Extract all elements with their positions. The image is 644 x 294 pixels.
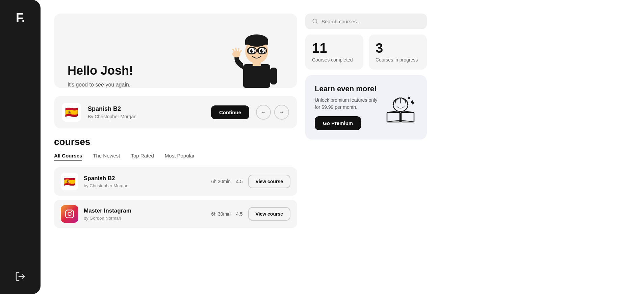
- in-progress-number: 3: [376, 41, 420, 55]
- greeting-subtitle: It's good to see you again.: [68, 82, 133, 88]
- completed-stat-card: 11 Courses completed: [305, 34, 363, 70]
- instagram-course-author: by Gordon Norman: [84, 216, 206, 221]
- svg-point-10: [252, 49, 253, 51]
- hello-card: Hello Josh! It's good to see you again.: [54, 14, 297, 88]
- courses-tabs: All Courses The Newest Top Rated Most Po…: [54, 153, 297, 161]
- instagram-course-title: Master Instagram: [84, 207, 206, 214]
- premium-description: Unlock premium features only for $9.99 p…: [315, 97, 378, 111]
- stats-row: 11 Courses completed 3 Courses in progre…: [305, 34, 427, 70]
- continue-course-card: 🇪🇸 Spanish B2 By Christopher Morgan Cont…: [54, 96, 297, 128]
- svg-point-23: [71, 211, 73, 213]
- search-icon: [312, 18, 318, 24]
- svg-point-22: [68, 212, 71, 215]
- prev-arrow-button[interactable]: ←: [256, 105, 271, 120]
- courses-heading: courses: [54, 137, 297, 147]
- premium-title: Learn even more!: [315, 84, 378, 93]
- instagram-duration: 6h 30min: [211, 211, 231, 217]
- course-nav-arrows: ← →: [256, 105, 289, 120]
- sidebar: F.: [0, 0, 41, 294]
- instagram-rating: 4.5: [236, 211, 242, 217]
- sidebar-logo: F.: [16, 11, 25, 25]
- spanish-duration: 6h 30min: [211, 179, 231, 184]
- instagram-icon: [61, 205, 78, 223]
- svg-line-19: [240, 51, 241, 53]
- tab-all-courses[interactable]: All Courses: [54, 153, 82, 161]
- courses-section: courses All Courses The Newest Top Rated…: [54, 137, 297, 228]
- svg-line-17: [236, 48, 236, 51]
- logout-button[interactable]: [15, 271, 26, 283]
- premium-card: Learn even more! Unlock premium features…: [305, 75, 427, 140]
- character-illustration: [230, 27, 284, 88]
- svg-rect-5: [245, 41, 268, 45]
- continue-course-author: By Christopher Morgan: [88, 114, 204, 119]
- left-column: Hello Josh! It's good to see you again.: [54, 14, 297, 280]
- instagram-course-info: Master Instagram by Gordon Norman: [84, 207, 206, 221]
- instagram-course-meta: 6h 30min 4.5: [211, 211, 242, 217]
- tab-newest[interactable]: The Newest: [93, 153, 120, 161]
- hello-text: Hello Josh! It's good to see you again.: [68, 64, 133, 88]
- course-list: 🇪🇸 Spanish B2 by Christopher Morgan 6h 3…: [54, 167, 297, 228]
- svg-rect-20: [270, 68, 277, 84]
- completed-number: 11: [312, 41, 357, 55]
- search-bar: [305, 14, 427, 29]
- svg-point-11: [262, 49, 263, 51]
- svg-line-16: [233, 49, 234, 52]
- continue-course-info: Spanish B2 By Christopher Morgan: [88, 105, 204, 119]
- spanish-rating: 4.5: [236, 179, 242, 184]
- premium-text: Learn even more! Unlock premium features…: [315, 84, 378, 130]
- view-course-button-spanish[interactable]: View course: [248, 175, 290, 188]
- greeting-heading: Hello Josh!: [68, 64, 133, 78]
- search-input[interactable]: [321, 19, 420, 24]
- continue-course-title: Spanish B2: [88, 105, 204, 113]
- svg-rect-1: [243, 64, 270, 88]
- svg-point-24: [313, 19, 317, 23]
- in-progress-stat-card: 3 Courses in progress: [369, 34, 427, 70]
- tab-most-popular[interactable]: Most Popular: [165, 153, 195, 161]
- spanish-flag-icon: 🇪🇸: [61, 173, 78, 190]
- right-column: 11 Courses completed 3 Courses in progre…: [305, 14, 427, 280]
- table-row: Master Instagram by Gordon Norman 6h 30m…: [54, 200, 297, 228]
- svg-line-25: [316, 22, 317, 23]
- in-progress-label: Courses in progress: [376, 57, 420, 63]
- view-course-button-instagram[interactable]: View course: [248, 207, 290, 221]
- completed-label: Courses completed: [312, 57, 357, 63]
- next-arrow-button[interactable]: →: [274, 105, 289, 120]
- spanish-course-info: Spanish B2 by Christopher Morgan: [84, 175, 206, 188]
- course-flag: 🇪🇸: [62, 103, 81, 122]
- brain-illustration: [384, 91, 417, 124]
- spanish-course-meta: 6h 30min 4.5: [211, 179, 242, 184]
- spanish-course-author: by Christopher Morgan: [84, 183, 206, 188]
- svg-rect-21: [66, 210, 73, 218]
- main-content: Hello Josh! It's good to see you again.: [41, 0, 644, 294]
- continue-button[interactable]: Continue: [211, 105, 249, 119]
- spanish-course-title: Spanish B2: [84, 175, 206, 182]
- tab-top-rated[interactable]: Top Rated: [131, 153, 154, 161]
- table-row: 🇪🇸 Spanish B2 by Christopher Morgan 6h 3…: [54, 167, 297, 196]
- go-premium-button[interactable]: Go Premium: [315, 116, 361, 130]
- svg-line-18: [238, 49, 239, 51]
